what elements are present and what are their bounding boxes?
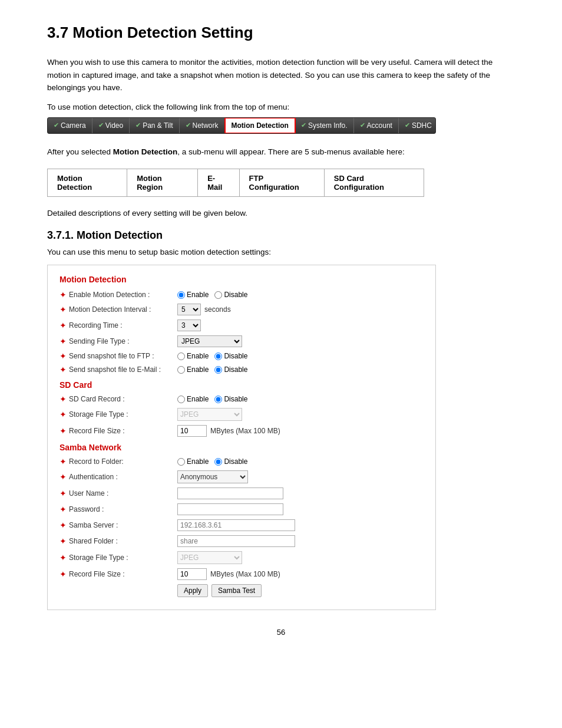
nav-item-system-info[interactable]: ✔ System Info. [295, 118, 354, 133]
check-icon: ✔ [54, 121, 59, 129]
row-password: ✦ Password : [59, 503, 424, 515]
submenu-item-email: E-Mail [198, 169, 239, 197]
radio-folder-disable-input[interactable] [214, 458, 222, 466]
row-enable-motion-detection: ✦ Enable Motion Detection : Enable Disab… [59, 290, 424, 299]
sd-record-file-size-input[interactable] [177, 425, 207, 437]
radio-sd-disable-input[interactable] [214, 396, 222, 403]
label-user-name: ✦ User Name : [59, 489, 177, 498]
label-shared-folder: ✦ Shared Folder : [59, 536, 177, 546]
row-send-ftp: ✦ Send snapshot file to FTP : Enable Dis… [59, 351, 424, 361]
bullet-icon: ✦ [59, 337, 67, 346]
apply-button[interactable]: Apply [177, 584, 208, 597]
shared-folder-input[interactable] [177, 535, 295, 547]
row-sending-file-type: ✦ Sending File Type : JPEG AVI [59, 335, 424, 347]
bullet-icon: ✦ [59, 321, 67, 330]
value-record-to-folder: Enable Disable [177, 457, 424, 466]
value-enable-motion-detection: Enable Disable [177, 291, 424, 299]
label-recording-time: ✦ Recording Time : [59, 321, 177, 330]
submenu-item-sd-card: SD Card Configuration [324, 169, 424, 197]
bullet-icon: ✦ [59, 305, 67, 314]
user-name-input[interactable] [177, 487, 283, 499]
row-buttons: Apply Samba Test [59, 584, 424, 597]
bullet-icon: ✦ [59, 365, 67, 374]
row-shared-folder: ✦ Shared Folder : [59, 535, 424, 547]
row-samba-record-file-size: ✦ Record File Size : MBytes (Max 100 MB) [59, 568, 424, 580]
bullet-icon: ✦ [59, 394, 67, 404]
submenu-table: Motion Detection Motion Region E-Mail FT… [47, 169, 424, 197]
bullet-icon: ✦ [59, 457, 67, 466]
samba-storage-file-type-select: JPEG [177, 551, 242, 564]
after-nav-text: After you selected Motion Detection, a s… [47, 146, 515, 159]
value-samba-record-file-size: MBytes (Max 100 MB) [177, 568, 424, 580]
samba-server-input[interactable] [177, 519, 295, 531]
sending-file-type-select[interactable]: JPEG AVI [177, 335, 242, 347]
label-samba-storage-file-type: ✦ Storage File Type : [59, 553, 177, 562]
radio-group-folder: Enable Disable [177, 457, 247, 466]
nav-item-motion-detection[interactable]: Motion Detection [224, 117, 296, 134]
radio-disable[interactable]: Disable [214, 291, 247, 299]
radio-ftp-enable[interactable]: Enable [177, 352, 209, 360]
radio-enable-input[interactable] [177, 291, 185, 299]
samba-size-unit: MBytes (Max 100 MB) [210, 570, 280, 578]
value-samba-server [177, 519, 424, 531]
motion-detection-header: Motion Detection [59, 275, 424, 284]
recording-time-select[interactable]: 3 5 10 [177, 319, 201, 331]
row-record-to-folder: ✦ Record to Folder: Enable Disable [59, 457, 424, 466]
value-shared-folder [177, 535, 424, 547]
radio-group-ftp: Enable Disable [177, 352, 247, 360]
row-recording-time: ✦ Recording Time : 3 5 10 [59, 319, 424, 331]
interval-select[interactable]: 5 10 15 [177, 304, 201, 315]
radio-email-disable[interactable]: Disable [214, 365, 247, 374]
interval-unit: seconds [204, 305, 231, 314]
radio-email-enable-input[interactable] [177, 366, 185, 374]
radio-folder-disable[interactable]: Disable [214, 457, 247, 466]
radio-email-enable[interactable]: Enable [177, 365, 209, 374]
password-input[interactable] [177, 503, 283, 515]
submenu-item-motion-region: Motion Region [127, 169, 198, 197]
bullet-icon: ✦ [59, 521, 67, 530]
label-sending-file-type: ✦ Sending File Type : [59, 337, 177, 346]
link-hint-text: To use motion detection, click the follo… [47, 103, 515, 111]
value-send-ftp: Enable Disable [177, 352, 424, 360]
label-motion-interval: ✦ Motion Detection Interval : [59, 305, 177, 314]
authentication-select[interactable]: Anonymous Account [177, 470, 248, 483]
label-sd-storage-file-type: ✦ Storage File Type : [59, 410, 177, 419]
radio-group-enable-motion: Enable Disable [177, 291, 247, 299]
nav-item-pan-tilt[interactable]: ✔ Pan & Tilt [130, 118, 179, 133]
radio-ftp-disable-input[interactable] [214, 353, 222, 360]
radio-group-email: Enable Disable [177, 365, 247, 374]
row-motion-interval: ✦ Motion Detection Interval : 5 10 15 se… [59, 304, 424, 315]
nav-item-account[interactable]: ✔ Account [354, 118, 399, 133]
radio-disable-input[interactable] [214, 291, 222, 299]
row-sd-record-file-size: ✦ Record File Size : MBytes (Max 100 MB) [59, 425, 424, 437]
radio-enable[interactable]: Enable [177, 291, 209, 299]
row-authentication: ✦ Authentication : Anonymous Account [59, 470, 424, 483]
radio-ftp-enable-input[interactable] [177, 353, 185, 360]
value-send-email: Enable Disable [177, 365, 424, 374]
bullet-icon: ✦ [59, 472, 67, 482]
nav-item-camera[interactable]: ✔ Camera [48, 118, 92, 133]
samba-test-button[interactable]: Samba Test [211, 584, 262, 597]
samba-record-file-size-input[interactable] [177, 568, 207, 580]
nav-item-network[interactable]: ✔ Network [180, 118, 225, 133]
value-password [177, 503, 424, 515]
row-samba-server: ✦ Samba Server : [59, 519, 424, 531]
page-title: 3.7 Motion Detection Setting [47, 24, 515, 42]
nav-item-sdhc[interactable]: ✔ SDHC [399, 118, 436, 133]
radio-folder-enable[interactable]: Enable [177, 457, 209, 466]
check-icon: ✔ [301, 121, 306, 129]
label-send-email: ✦ Send snapshot file to E-Mail : [59, 365, 177, 374]
radio-email-disable-input[interactable] [214, 366, 222, 374]
radio-sd-enable[interactable]: Enable [177, 395, 209, 403]
nav-item-video[interactable]: ✔ Video [92, 118, 130, 133]
radio-ftp-disable[interactable]: Disable [214, 352, 247, 360]
bullet-icon: ✦ [59, 489, 67, 498]
value-sd-card-record: Enable Disable [177, 395, 424, 403]
label-samba-server: ✦ Samba Server : [59, 521, 177, 530]
radio-folder-enable-input[interactable] [177, 458, 185, 466]
radio-sd-disable[interactable]: Disable [214, 395, 247, 403]
value-sending-file-type: JPEG AVI [177, 335, 424, 347]
submenu-item-motion-detection: Motion Detection [48, 169, 127, 197]
label-record-to-folder: ✦ Record to Folder: [59, 457, 177, 466]
radio-sd-enable-input[interactable] [177, 396, 185, 403]
